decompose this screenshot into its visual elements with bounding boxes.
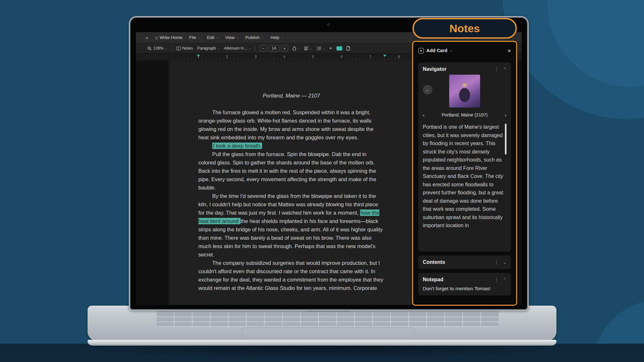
- home-button[interactable]: ⌂ Write Home: [155, 35, 182, 40]
- navigator-card-title: Navigator: [423, 66, 494, 72]
- paragraph: By the time I'd severed the glass from t…: [198, 192, 384, 259]
- zoom-control[interactable]: 139% ⌄: [147, 46, 168, 51]
- ruler-number: 1: [197, 55, 199, 59]
- bullet-list-icon: [317, 47, 321, 50]
- menu-label: View: [225, 35, 235, 40]
- style-value: Paragraph: [197, 46, 216, 51]
- notes-toggle-label: Notes: [183, 46, 193, 51]
- contents-card-title: Contents: [423, 259, 494, 265]
- highlighted-text[interactable]: how the heat bent around: [198, 209, 379, 224]
- chevron-down-icon: ⌄: [261, 36, 264, 39]
- notepad-card: Notepad ⋮ ⌃ Don't forget to mention Toma…: [418, 273, 511, 295]
- chevron-down-icon: ⌄: [198, 36, 200, 39]
- menu-edit[interactable]: Edit ⌄: [207, 35, 219, 40]
- font-dropdown[interactable]: Atkinson H... ⌄: [224, 46, 251, 51]
- menu-publish[interactable]: Publish ⌄: [245, 35, 264, 40]
- align-left-icon: [304, 47, 308, 50]
- ruler-ticks: [184, 58, 419, 60]
- magnifier-icon: [147, 46, 152, 51]
- toolbar-separator: [255, 46, 256, 51]
- list-button[interactable]: ⌄: [317, 47, 325, 50]
- document-page[interactable]: Portland, Maine — 2107 The furnace glowe…: [169, 60, 417, 305]
- highlight-color-button[interactable]: ⌄: [292, 46, 300, 51]
- navigator-location-label: Portland, Maine (2107): [425, 112, 505, 117]
- contents-menu-button[interactable]: ⋮: [494, 259, 499, 265]
- font-size-increase-button[interactable]: +: [281, 45, 288, 51]
- menu-help[interactable]: Help ⌄: [270, 35, 283, 40]
- contents-card: Contents ⋮ ⌄: [418, 255, 511, 269]
- ruler-number: 6: [341, 55, 343, 59]
- toolbar-separator: [172, 46, 172, 51]
- notes-toggle[interactable]: Notes: [176, 46, 193, 51]
- chevron-down-icon: ⌄: [249, 47, 251, 50]
- menu-label: Publish: [245, 35, 260, 40]
- menu-label: Help: [270, 35, 279, 40]
- page-icon: [346, 46, 350, 51]
- navigator-thumbnail[interactable]: [449, 75, 480, 107]
- notepad-body-text[interactable]: Don't forget to mention Tomas!: [423, 286, 507, 292]
- add-card-button[interactable]: + Add Card ⌄: [418, 48, 452, 53]
- home-icon: ⌂: [155, 35, 158, 40]
- ruler-number: 2: [226, 55, 228, 59]
- ruler-number: 4: [283, 55, 285, 59]
- highlighted-text[interactable]: I took a deep breath.: [212, 143, 262, 149]
- navigator-next-button[interactable]: ›: [505, 112, 507, 118]
- comment-highlight-button[interactable]: [336, 46, 342, 51]
- paragraph: The furnace glowed a molten red. Suspend…: [198, 108, 384, 142]
- navigator-card: Navigator ⋮ ⌃ ← ‹ Portland, Maine (2107)…: [418, 62, 511, 252]
- contents-expand-button[interactable]: ⌄: [503, 260, 507, 265]
- insert-button[interactable]: +: [329, 45, 332, 51]
- paragraph: Pull the glass from the furnace. Spin th…: [198, 150, 384, 192]
- menu-file[interactable]: File ⌄: [189, 35, 200, 40]
- menu-label: Edit: [207, 35, 214, 40]
- desktop-background: » ⌂ Write Home File ⌄ Edit ⌄ View ⌄: [0, 0, 644, 362]
- chevron-down-icon: ⌄: [281, 36, 284, 39]
- navigator-back-button[interactable]: ←: [423, 85, 432, 95]
- laptop-front-edge: [88, 340, 556, 346]
- chevron-down-icon: ⌄: [323, 47, 325, 50]
- collapse-sidebar-button[interactable]: »: [146, 35, 148, 40]
- webcam-dot: [327, 23, 330, 26]
- document-title: Portland, Maine — 2107: [198, 91, 384, 100]
- ruler-number: 5: [312, 55, 314, 59]
- notepad-collapse-button[interactable]: ⌃: [503, 277, 507, 282]
- navigator-collapse-button[interactable]: ⌃: [503, 67, 507, 72]
- notes-callout-label: Notes: [412, 18, 517, 39]
- close-notes-button[interactable]: ×: [507, 48, 511, 54]
- home-label: Write Home: [159, 35, 182, 40]
- laptop-touchpad: [242, 328, 415, 339]
- chevron-down-icon: ⌄: [216, 36, 219, 39]
- alignment-button[interactable]: ⌄: [304, 47, 313, 50]
- chevron-down-icon: ⌄: [165, 47, 168, 50]
- ruler-number: 7: [369, 55, 371, 59]
- chevron-down-icon: ⌄: [450, 49, 452, 52]
- panel-layout-icon: [176, 47, 181, 50]
- navigator-menu-button[interactable]: ⋮: [494, 66, 499, 72]
- notepad-card-title: Notepad: [423, 277, 494, 283]
- document-body[interactable]: The furnace glowed a molten red. Suspend…: [198, 108, 384, 292]
- chevron-down-icon: ⌄: [310, 47, 313, 50]
- paragraph: The company subsidized surgeries that wo…: [198, 259, 384, 292]
- menu-label: File: [189, 35, 196, 40]
- chevron-down-icon: ⌄: [218, 47, 220, 50]
- zoom-value: 139%: [153, 46, 164, 51]
- notes-callout-text: Notes: [450, 22, 480, 35]
- menu-view[interactable]: View ⌄: [225, 35, 239, 40]
- style-dropdown[interactable]: Paragraph ⌄: [197, 46, 220, 51]
- font-size-decrease-button[interactable]: −: [260, 45, 267, 51]
- notepad-menu-button[interactable]: ⋮: [494, 277, 499, 283]
- droplet-icon: [292, 46, 296, 51]
- chevron-down-icon: ⌄: [298, 47, 300, 50]
- font-value: Atkinson H...: [224, 46, 247, 51]
- font-size-value[interactable]: 14: [269, 45, 279, 51]
- add-card-label: Add Card: [426, 48, 447, 53]
- navigator-body-text: Portland is one of Maine's largest citie…: [423, 123, 503, 230]
- navigator-scrollbar[interactable]: [505, 124, 507, 154]
- notes-panel: + Add Card ⌄ × Navigator ⋮ ⌃ ← ‹ Portlan…: [412, 41, 517, 306]
- ruler-number: 8: [398, 55, 400, 59]
- ruler-number: 3: [255, 55, 257, 59]
- page-view-button[interactable]: [346, 46, 350, 51]
- right-indent-marker[interactable]: [383, 55, 386, 57]
- chevron-down-icon: ⌄: [236, 36, 239, 39]
- add-card-icon: +: [418, 48, 424, 53]
